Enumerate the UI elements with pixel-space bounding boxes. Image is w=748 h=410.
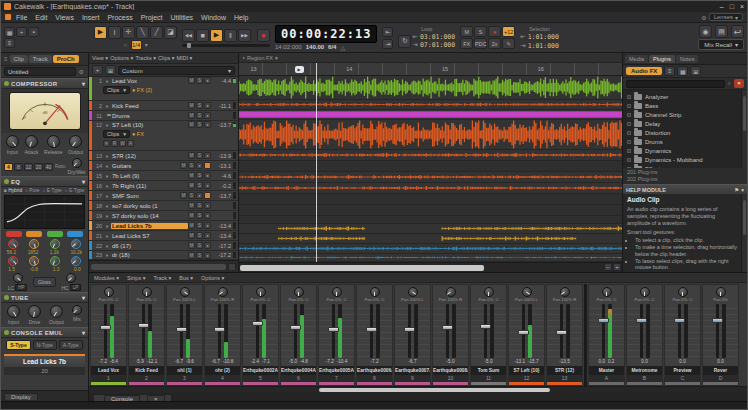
trackpane-menu-midi[interactable]: MIDI ▾ (176, 55, 192, 61)
channel-strip-11[interactable]: Pan 0%. C-5.0Tom Sum11 (470, 284, 507, 386)
plugin-folder-delay[interactable]: Delay (623, 119, 747, 128)
snap-chevron-icon[interactable]: ▾ (144, 41, 149, 48)
eq-freq-knob-hmf[interactable] (50, 239, 60, 249)
channel-strip-2[interactable]: Pan 0%. C-5.9-12.1Kick Feed2 (128, 284, 165, 386)
track-volume[interactable]: -13.7 (211, 122, 232, 128)
loop-start[interactable]: 03:01:000 (420, 33, 455, 41)
ratio-20[interactable]: 20 (34, 163, 43, 171)
selection-end[interactable]: 1:01:000 (528, 42, 559, 50)
trackpane-scrollbar[interactable] (89, 260, 238, 272)
menu-utilities[interactable]: Utilities (167, 14, 198, 21)
clear-search-button[interactable]: × (734, 79, 744, 88)
ratio-8[interactable]: 8 (14, 163, 23, 171)
solo-button[interactable]: S (196, 77, 203, 84)
track-volume[interactable]: -13.7 (211, 193, 232, 199)
track-name[interactable]: Lead Vox (111, 78, 188, 84)
add-track-button[interactable]: + (92, 65, 103, 75)
track-name[interactable]: S7 dorky solo (14 (111, 213, 188, 219)
audio-fx-button[interactable]: Audio FX (626, 67, 662, 75)
undo-button[interactable]: ↩ (731, 25, 744, 38)
clip-lane-1[interactable] (239, 100, 622, 110)
track-row-1[interactable]: 1♦Lead VoxMS●-4.4Clips▾● FX (2) (89, 77, 238, 101)
channel-name[interactable]: Kick Feed (129, 366, 164, 375)
tube-header[interactable]: TUBE ▾ (1, 292, 88, 303)
channel-name[interactable]: Erthquke0005AuM (319, 366, 354, 375)
punch-out-icon[interactable]: ⇥ (382, 39, 393, 49)
eq-graph[interactable] (4, 195, 85, 229)
track-volume[interactable]: -13.4 (211, 223, 232, 229)
mute-button[interactable]: M (180, 192, 187, 199)
plugin-folder-analyzer[interactable]: Analyzer (623, 92, 747, 101)
mute-button[interactable]: M (188, 252, 195, 259)
lenses-dropdown[interactable]: Lenses ▾ (709, 13, 743, 21)
pan-knob[interactable] (142, 287, 152, 297)
plugin-folder-channel-strip[interactable]: Channel Strip (623, 110, 747, 119)
compressor-header[interactable]: COMPRESSOR ▾ (1, 78, 88, 89)
arm-button[interactable]: ● (204, 172, 211, 179)
solo-button[interactable]: S (196, 212, 203, 219)
pan-knob[interactable] (522, 287, 532, 297)
volume-fader[interactable] (484, 304, 487, 358)
channel-name[interactable]: ohl (1) (167, 366, 202, 375)
tube-mix-knob[interactable] (72, 305, 82, 315)
volume-fader[interactable] (446, 304, 449, 358)
track-name[interactable]: 7b Right (11) (111, 183, 188, 189)
select-tool[interactable]: I (108, 26, 121, 39)
solo-button[interactable]: S (196, 202, 203, 209)
console-menu-track[interactable]: Track ▾ (153, 275, 171, 281)
channel-name[interactable]: S7R (12) (547, 366, 582, 375)
arm-button[interactable]: ● (204, 152, 211, 159)
volume-fader[interactable] (602, 304, 605, 358)
channel-strip-1[interactable]: Pan 0%. C-7.2-8.4Lead Vox1 (90, 284, 127, 386)
channel-name[interactable]: Erthquke0002AuMx (243, 366, 278, 375)
eq-band-hmf[interactable] (47, 231, 63, 237)
track-row-13[interactable]: 13♦S7R (12)MS●-13.9 (89, 151, 238, 161)
mix-module-button-S[interactable]: S (474, 26, 487, 37)
solo-button[interactable]: S (196, 102, 203, 109)
mute-button[interactable]: M (188, 202, 195, 209)
layout-icon[interactable]: ▦ (677, 66, 688, 76)
track-row-19[interactable]: 19♦S7 dorky solo (14MS● (89, 211, 238, 221)
clip-lane-2[interactable] (239, 110, 622, 120)
solo-button[interactable]: S (196, 232, 203, 239)
menu-process[interactable]: Process (103, 14, 136, 21)
pan-knob[interactable] (370, 287, 380, 297)
mute-button[interactable]: M (188, 172, 195, 179)
draw-tool[interactable]: ╱ (150, 26, 163, 39)
console-hscrollbar[interactable] (89, 386, 747, 393)
eq-gain-knob-hi[interactable] (71, 256, 81, 266)
playhead[interactable] (316, 63, 317, 262)
browser-scrollbar[interactable] (741, 90, 747, 168)
eq-gain-knob-lmf[interactable] (29, 256, 39, 266)
eq-freq-knob-hi[interactable] (71, 239, 81, 249)
channel-name[interactable]: Tom Sum (471, 366, 506, 375)
pan-knob[interactable] (332, 287, 342, 297)
help-scrollbar[interactable] (741, 194, 747, 272)
edit-tool[interactable]: ╲ (136, 26, 149, 39)
pause-button[interactable]: ‖ (224, 29, 237, 42)
solo-button[interactable]: S (188, 192, 195, 199)
export-button[interactable]: ▤ (715, 25, 728, 38)
tab-display[interactable]: Display (4, 393, 38, 400)
channel-name[interactable]: Erthquke0004AuSb (281, 366, 316, 375)
clip-lane-11[interactable] (239, 224, 622, 234)
eq-mode-e-type[interactable]: ○ E Type (42, 188, 61, 193)
clips-hscrollbar[interactable]: −+ (239, 262, 622, 272)
region-fx-label[interactable]: Region FX (247, 55, 273, 61)
fader-handle[interactable] (712, 318, 723, 323)
pan-knob[interactable] (294, 287, 304, 297)
menu-project[interactable]: Project (137, 14, 167, 21)
mix-module-button-M[interactable]: M (460, 26, 473, 37)
menu-edit[interactable]: Edit (31, 14, 51, 21)
channel-strip-D[interactable]: Pan 0%0.0ReverD (702, 284, 739, 386)
mute-button[interactable]: M (188, 242, 195, 249)
track-name[interactable]: Lead Licks 7b (111, 223, 188, 229)
checkbox[interactable] (627, 95, 631, 99)
solo-button[interactable]: S (196, 182, 203, 189)
mute-button[interactable]: M (188, 102, 195, 109)
fader-handle[interactable] (480, 324, 491, 329)
browser-tab-notes[interactable]: Notes (676, 55, 698, 63)
eq-band-lo[interactable] (6, 231, 22, 237)
regionfx-chevron-icon[interactable]: ▸ (243, 55, 245, 60)
tempo-display[interactable]: 140.00 (306, 44, 324, 50)
